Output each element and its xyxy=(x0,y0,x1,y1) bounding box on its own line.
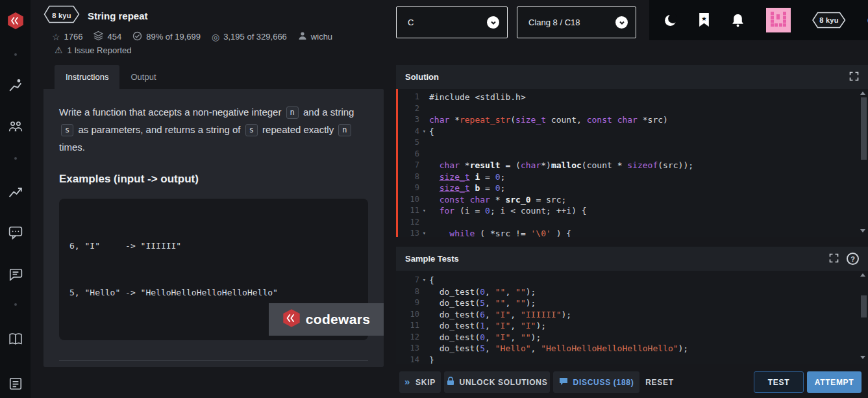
progress-chart-icon[interactable] xyxy=(8,185,23,199)
docs-book-icon[interactable] xyxy=(8,332,23,346)
chat-icon[interactable] xyxy=(8,225,23,240)
code-line: 1#include <stdlib.h> xyxy=(396,92,868,103)
discuss-button[interactable]: DISCUSS (188) xyxy=(553,371,639,393)
description-tabs: Instructions Output xyxy=(55,65,167,89)
codewars-logo[interactable] xyxy=(7,12,24,30)
chevron-down-icon xyxy=(487,16,499,29)
unlock-label: UNLOCK SOLUTIONS xyxy=(460,378,548,387)
test-button[interactable]: TEST xyxy=(754,371,804,393)
stat-satisfaction: 89% of 19,699 xyxy=(132,31,201,43)
example-line: 5, "Hello" -> "HelloHelloHelloHelloHello… xyxy=(69,285,358,301)
bookmark-icon[interactable]: ★ xyxy=(699,13,710,27)
stat-stars-value: 1766 xyxy=(64,32,83,42)
stat-collections: 454 xyxy=(93,31,121,43)
kata-rank-badge: 8 kyu xyxy=(43,5,80,26)
example-line: 6, "I" -> "IIIIII" xyxy=(69,238,358,254)
tab-output[interactable]: Output xyxy=(119,65,167,89)
code-line: 9 size_t b = 0; xyxy=(396,182,868,194)
stat-author[interactable]: wichu xyxy=(298,31,332,42)
code-line: 8 do_test(0, "", ""); xyxy=(396,286,868,298)
target-icon: ◎ xyxy=(212,32,219,42)
expand-icon[interactable] xyxy=(829,253,839,265)
skip-button[interactable]: » SKIP xyxy=(399,371,441,393)
nav-dot[interactable] xyxy=(14,303,17,306)
code-line: 2 xyxy=(396,103,868,115)
stat-collections-value: 454 xyxy=(107,32,121,42)
discuss-chat-icon xyxy=(559,377,568,388)
stat-stars: ☆ 1766 xyxy=(52,32,82,42)
scroll-up-arrow[interactable] xyxy=(860,92,865,95)
kata-rank-label: 8 kyu xyxy=(43,5,80,26)
scrollbar-thumb[interactable] xyxy=(861,97,867,160)
code-line: 11▾ for (i = 0; i < count; ++i) { xyxy=(396,205,868,217)
unlock-solutions-button[interactable]: UNLOCK SOLUTIONS xyxy=(444,371,550,393)
code-line: 11 do_test(1, "I", "I"); xyxy=(396,320,868,332)
kata-stats: ☆ 1766 454 89% of 19,699 ◎ 3,195 of 329,… xyxy=(52,31,332,43)
codewars-watermark-logo xyxy=(282,308,301,330)
attempt-button[interactable]: ATTEMPT xyxy=(807,371,862,393)
sample-tests-editor[interactable]: 7▾{8 do_test(0, "", "");9 do_test(5, "",… xyxy=(396,271,868,364)
left-nav-rail xyxy=(0,0,31,398)
code-line: 5 xyxy=(396,137,868,149)
chevron-down-icon xyxy=(615,16,628,29)
kata-description: Write a function that accepts a non-nega… xyxy=(59,103,368,156)
reset-button[interactable]: RESET xyxy=(642,371,677,393)
stat-completed-value: 3,195 of 329,666 xyxy=(223,32,287,42)
user-rank-label: 8 kyu xyxy=(812,12,846,29)
satisfaction-icon xyxy=(132,31,142,43)
action-bar: » SKIP UNLOCK SOLUTIONS DISCUSS (188) RE… xyxy=(396,370,868,398)
user-toolbar: ★ 8 kyu 6 xyxy=(649,0,868,40)
scrollbar-thumb[interactable] xyxy=(861,295,867,317)
code-line: 6 xyxy=(396,149,868,160)
notifications-bell-icon[interactable] xyxy=(731,14,745,27)
author-name: wichu xyxy=(311,32,332,42)
code-line: 8 size_t i = 0; xyxy=(396,171,868,183)
language-select[interactable]: C xyxy=(396,6,508,38)
code-line: 4▾{ xyxy=(396,126,868,138)
code-line: 13 do_test(5, "Hello", "HelloHelloHelloH… xyxy=(396,343,868,354)
attempt-label: ATTEMPT xyxy=(815,378,854,387)
user-rank-badge[interactable]: 8 kyu xyxy=(812,12,846,29)
code-line: 12 xyxy=(396,217,868,229)
svg-text:★: ★ xyxy=(701,15,706,22)
solution-panel-title: Solution xyxy=(405,72,439,82)
discourse-icon[interactable] xyxy=(8,267,23,282)
discuss-label: DISCUSS (188) xyxy=(573,378,634,387)
skip-label: SKIP xyxy=(415,378,436,387)
code-line: 3char *repeat_str(size_t count, const ch… xyxy=(396,114,868,126)
code-line: 10 const char * src_0 = src; xyxy=(396,194,868,206)
test-label: TEST xyxy=(768,378,789,387)
code-line: 14} xyxy=(396,354,868,364)
code-line: 12 do_test(0, "I", ""); xyxy=(396,332,868,343)
nav-dot[interactable] xyxy=(14,157,17,160)
codewars-watermark-text: codewars xyxy=(306,312,370,327)
divider xyxy=(59,360,368,361)
leaderboard-icon[interactable] xyxy=(8,119,23,134)
scroll-down-arrow[interactable] xyxy=(860,229,865,232)
version-select-value: Clang 8 / C18 xyxy=(528,18,580,27)
scroll-up-arrow[interactable] xyxy=(860,273,865,277)
instructions-panel: Write a function that accepts a non-nega… xyxy=(43,89,384,367)
issue-reported[interactable]: ⚠ 1 Issue Reported xyxy=(55,45,132,55)
nav-dot[interactable] xyxy=(14,53,17,56)
sample-tests-panel-header: Sample Tests ? xyxy=(396,247,868,271)
editor-error-strip xyxy=(396,89,398,237)
expand-icon[interactable] xyxy=(849,71,859,83)
stat-completed: ◎ 3,195 of 329,666 xyxy=(212,32,287,42)
issue-label: 1 Issue Reported xyxy=(68,45,132,55)
train-icon[interactable] xyxy=(8,78,23,92)
help-icon[interactable]: ? xyxy=(847,253,859,265)
version-select[interactable]: Clang 8 / C18 xyxy=(517,6,636,38)
scroll-down-arrow[interactable] xyxy=(860,356,865,359)
kata-title: String repeat xyxy=(88,10,148,21)
code-line: 7▾{ xyxy=(396,275,868,286)
stat-satisfaction-value: 89% of 19,699 xyxy=(146,32,201,42)
examples-heading: Examples (input -> output) xyxy=(59,173,368,186)
lock-icon xyxy=(447,377,454,388)
reset-label: RESET xyxy=(645,378,674,387)
blog-icon[interactable] xyxy=(8,377,23,391)
dark-mode-moon-icon[interactable] xyxy=(663,14,677,27)
tab-instructions[interactable]: Instructions xyxy=(55,65,119,89)
solution-editor[interactable]: 1#include <stdlib.h>23char *repeat_str(s… xyxy=(396,89,868,237)
avatar[interactable] xyxy=(766,8,791,32)
